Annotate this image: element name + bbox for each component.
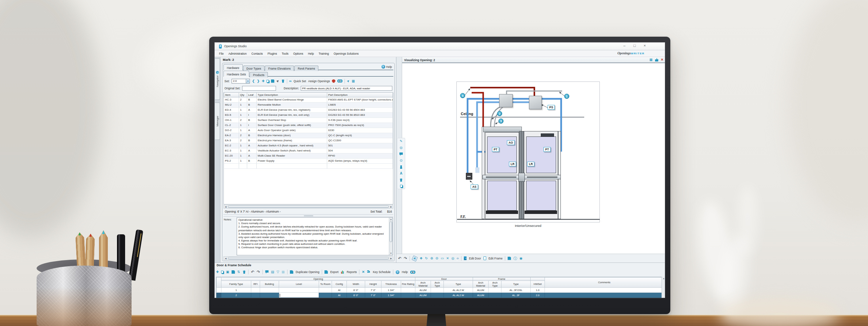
hardware-row[interactable]: EC-2 1 A Actuator Switch 4.5 (flush squa… [224,143,393,148]
scrollbar-thumb[interactable] [228,257,389,259]
preview-icon[interactable] [337,79,342,83]
tab-hardware-sets[interactable]: Hardware Sets [223,71,249,77]
panel-hscrollbar[interactable]: ◀ ▶ [223,256,393,260]
print-pdf-icon[interactable] [332,79,335,83]
scroll-right-icon[interactable]: ▶ [389,205,393,208]
eye-icon[interactable]: ◉ [519,257,522,260]
tab-door-types[interactable]: Door Types [243,66,264,71]
assign-openings-button[interactable]: Assign Openings [308,79,330,83]
filter-icon[interactable]: ▽ [277,270,279,274]
compass-icon[interactable]: ◎ [400,146,403,149]
expand-icon[interactable]: ✕ [362,270,364,274]
notes-vscrollbar[interactable]: ▲ ▼ [389,218,393,255]
scroll-up-icon[interactable]: ▲ [662,277,665,280]
maximize-button[interactable]: □ [632,43,637,48]
sidebar-tab-manager[interactable]: Manager [215,103,220,140]
schedule-vscrollbar[interactable]: ▲ [662,277,665,298]
menu-plugins[interactable]: Plugins [265,52,279,55]
menu-options[interactable]: Options [291,52,305,55]
hardware-table-hscrollbar[interactable]: ◀ ▶ [223,205,393,209]
door-view-icon[interactable] [457,258,459,259]
zoom-out-icon[interactable]: ⊖ [435,257,438,260]
set-select[interactable]: 2.0▼ [232,79,250,84]
assign-arrow-icon[interactable]: ➤ [276,79,280,83]
minimize-button[interactable]: – [622,43,627,48]
pan-hand-icon[interactable]: ❖ [420,257,423,260]
hardware-row-empty[interactable] [224,163,393,168]
scroll-down-icon[interactable]: ▼ [389,252,393,255]
zoom-in-icon[interactable]: ⊕ [430,257,433,260]
pen-tool-icon[interactable]: ✎ [400,140,402,143]
magnifier-icon[interactable]: ⊙ [400,159,402,162]
redo-icon[interactable]: ↷ [257,270,260,274]
tab-hardware[interactable]: Hardware [223,64,243,70]
redo-icon[interactable]: ↷ [404,257,407,260]
duplicate-opening-button[interactable]: Duplicate Opening [296,270,319,274]
zoom-center-icon[interactable]: ◎ [452,257,455,260]
save-icon[interactable] [232,270,235,274]
document-icon[interactable] [508,257,511,260]
hardware-row[interactable]: ED-4 1 A ELR Exit Device (narrow rim, re… [224,107,393,112]
original-set-input[interactable] [242,86,276,91]
menu-openings-solutions[interactable]: Openings Solutions [331,52,361,55]
zoom-window-icon[interactable]: ▭ [441,257,444,260]
delete-icon[interactable] [242,270,246,274]
binoculars-icon[interactable]: ∞ [289,79,292,83]
close-visualizer-icon[interactable]: ✕ [661,58,664,61]
hardware-row[interactable]: EA-3 2 B ElectroLynx Harness (frame) QC-… [224,138,393,143]
refresh-icon[interactable]: ↻ [425,257,428,260]
scrollbar-thumb[interactable] [228,205,389,208]
level-cell-editing[interactable] [279,293,319,298]
select-cursor-icon[interactable]: ➤ [412,255,418,261]
tab-revit-params[interactable]: Revit Params [294,66,318,71]
scroll-right-icon[interactable]: ▶ [389,257,393,259]
approve-icon[interactable] [655,58,658,61]
sort-icon[interactable]: ⇅ [237,270,240,274]
upload-icon[interactable]: ➤ [346,79,351,83]
people-icon[interactable] [399,165,403,169]
text-tool-icon[interactable]: A [400,172,402,175]
import-icon[interactable]: ▣ [226,270,229,274]
hardware-row[interactable]: EA-2 2 B ElectroLynx Harness (door) QC-C… [224,133,393,138]
previous-set-icon[interactable]: ❮ [252,79,255,83]
export-button[interactable]: Export [330,270,339,274]
preview-icon[interactable] [410,271,415,274]
image-icon[interactable]: ▤ [271,270,274,274]
hardware-row[interactable]: EC-20 1 A Multi-Class SE Reader RP40 [224,153,393,158]
menu-contacts[interactable]: Contacts [249,52,265,55]
copy-set-icon[interactable] [267,80,269,83]
menu-help[interactable]: Help [305,52,316,55]
scrollbar-thumb[interactable] [390,221,392,242]
menu-administration[interactable]: Administration [226,52,249,55]
info-icon[interactable]: ⓘ [513,257,517,260]
undo-icon[interactable]: ↶ [251,270,254,274]
copy-icon[interactable] [221,271,223,273]
scroll-left-icon[interactable]: ◀ [224,257,228,259]
zoom-extents-icon[interactable]: ✕ [446,257,449,260]
delete-set-icon[interactable] [281,79,285,83]
hardware-row[interactable]: OH-1 2 B Surface Overhead Stop 9-X36 (si… [224,117,393,123]
notes-textarea[interactable]: Operational narrative: 1. Doors normally… [237,217,393,255]
hardware-row[interactable]: MU-2 1 B Removable Mullion L9805 [224,102,393,107]
save-set-icon[interactable] [271,79,274,83]
next-set-icon[interactable]: ❯ [257,79,260,83]
comment-icon[interactable] [399,152,403,156]
undo-icon[interactable]: ↶ [398,257,401,260]
tab-products[interactable]: Products [250,72,268,77]
close-button[interactable]: × [643,43,647,48]
menu-file[interactable]: File [217,52,226,55]
sidebar-tab-navigator[interactable]: Navigator [215,58,220,100]
schedule-row[interactable]: 1 AI 6' 0" 7' 0" 1 3/4" ALUM AL.AL2.W [217,288,664,293]
hardware-row[interactable]: CL-2 1 I Surface Door Closer (push side,… [224,123,393,128]
schedule-help-button[interactable]: Help [402,270,408,274]
menu-tools[interactable]: Tools [279,52,291,55]
chevron-down-icon[interactable]: ▼ [246,79,250,83]
hardware-row[interactable]: EC-3 1 A Vestibule Actuator Switch (flus… [224,148,393,153]
grid-view-icon[interactable]: ▦ [649,58,652,61]
description-input[interactable] [301,86,392,91]
hardware-row[interactable]: ED-5 1 I ELR Exit Device (narrow rim, re… [224,112,393,117]
hardware-row[interactable]: DO-2 1 A Auto Door Operator (push side) … [224,128,393,133]
grid-icon[interactable]: ▦ [352,79,355,83]
horizontal-splitter[interactable] [223,214,393,217]
help-button[interactable]: ?Help [381,65,392,69]
